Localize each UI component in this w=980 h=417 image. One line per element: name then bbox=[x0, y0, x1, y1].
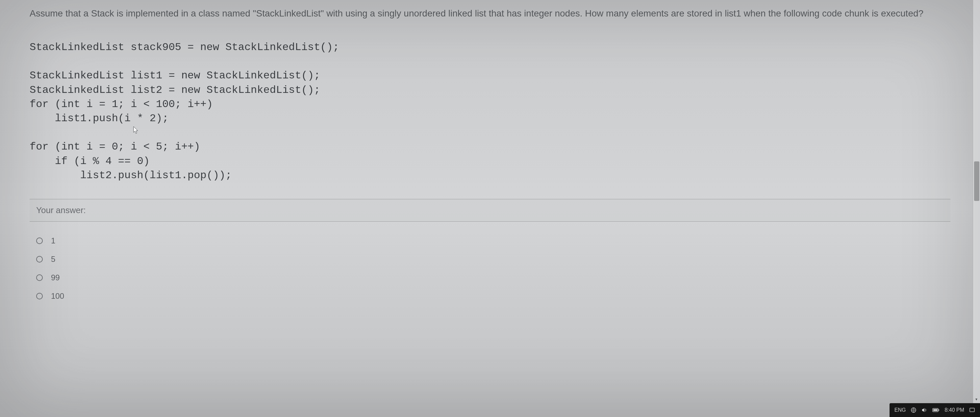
radio-icon[interactable] bbox=[36, 238, 43, 244]
radio-icon[interactable] bbox=[36, 256, 43, 262]
svg-rect-2 bbox=[939, 409, 939, 411]
taskbar: ENG 8:40 PM bbox=[889, 403, 980, 417]
taskbar-language[interactable]: ENG bbox=[894, 407, 906, 413]
code-line: StackLinkedList list2 = new StackLinkedL… bbox=[30, 84, 320, 96]
radio-icon[interactable] bbox=[36, 274, 43, 281]
taskbar-network-icon[interactable] bbox=[911, 407, 916, 413]
answer-section-header: Your answer: bbox=[30, 199, 950, 222]
option-5[interactable]: 5 bbox=[36, 250, 950, 268]
answer-options-list: 1 5 99 100 bbox=[30, 232, 950, 305]
code-line: StackLinkedList stack905 = new StackLink… bbox=[30, 41, 339, 53]
code-line: for (int i = 1; i < 100; i++) bbox=[30, 98, 213, 110]
code-line: list1.push(i * 2); bbox=[30, 112, 169, 125]
scrollbar-thumb[interactable] bbox=[974, 161, 979, 201]
code-block: StackLinkedList stack905 = new StackLink… bbox=[30, 40, 950, 182]
option-label: 100 bbox=[51, 291, 64, 301]
taskbar-sound-icon[interactable] bbox=[921, 407, 928, 413]
taskbar-time[interactable]: 8:40 PM bbox=[945, 407, 964, 413]
svg-rect-3 bbox=[933, 409, 937, 411]
code-line: list2.push(list1.pop()); bbox=[30, 169, 232, 182]
svg-rect-4 bbox=[970, 408, 974, 412]
option-label: 5 bbox=[51, 255, 55, 264]
option-label: 1 bbox=[51, 236, 55, 245]
option-99[interactable]: 99 bbox=[36, 268, 950, 287]
option-1[interactable]: 1 bbox=[36, 232, 950, 250]
option-label: 99 bbox=[51, 273, 60, 282]
radio-icon[interactable] bbox=[36, 293, 43, 299]
question-text: Assume that a Stack is implemented in a … bbox=[30, 6, 950, 21]
taskbar-notification-icon[interactable] bbox=[969, 407, 975, 413]
option-100[interactable]: 100 bbox=[36, 287, 950, 305]
code-line: if (i % 4 == 0) bbox=[30, 155, 150, 167]
code-line: for (int i = 0; i < 5; i++) bbox=[30, 141, 200, 153]
scrollbar-down-arrow-icon[interactable]: ▾ bbox=[973, 396, 980, 403]
answer-label: Your answer: bbox=[36, 205, 86, 215]
vertical-scrollbar[interactable]: ▾ bbox=[973, 0, 980, 403]
code-line: StackLinkedList list1 = new StackLinkedL… bbox=[30, 69, 320, 82]
taskbar-battery-icon[interactable] bbox=[932, 408, 940, 412]
